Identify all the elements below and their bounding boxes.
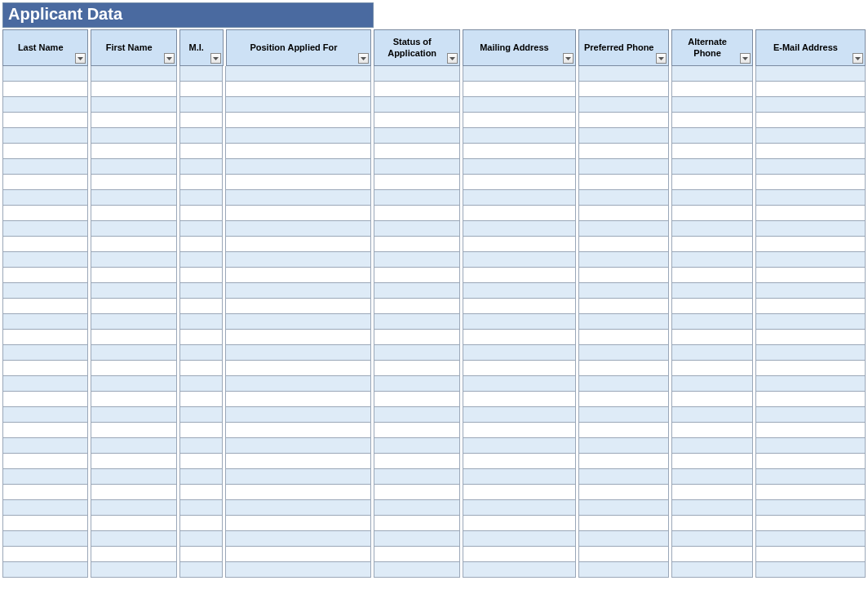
table-cell[interactable] <box>463 252 576 268</box>
table-cell[interactable] <box>463 438 576 454</box>
table-cell[interactable] <box>463 485 576 500</box>
table-cell[interactable] <box>179 454 224 469</box>
table-cell[interactable] <box>225 547 371 562</box>
table-cell[interactable] <box>755 392 866 407</box>
table-cell[interactable] <box>463 376 576 392</box>
table-cell[interactable] <box>374 392 459 407</box>
table-cell[interactable] <box>179 268 224 283</box>
table-cell[interactable] <box>179 299 224 314</box>
table-cell[interactable] <box>91 252 176 268</box>
table-cell[interactable] <box>463 82 576 97</box>
table-cell[interactable] <box>91 454 176 469</box>
table-cell[interactable] <box>91 314 176 330</box>
table-cell[interactable] <box>2 469 88 485</box>
table-cell[interactable] <box>755 206 866 221</box>
table-cell[interactable] <box>463 206 576 221</box>
column-header-last-name[interactable]: Last Name <box>2 29 88 66</box>
table-cell[interactable] <box>225 500 371 516</box>
table-cell[interactable] <box>179 175 224 190</box>
table-cell[interactable] <box>755 531 866 547</box>
table-cell[interactable] <box>671 237 752 252</box>
table-cell[interactable] <box>374 128 459 144</box>
table-cell[interactable] <box>755 113 866 128</box>
table-cell[interactable] <box>578 438 669 454</box>
table-cell[interactable] <box>578 221 669 237</box>
table-cell[interactable] <box>2 113 88 128</box>
filter-dropdown-button[interactable] <box>852 53 863 64</box>
table-cell[interactable] <box>755 190 866 206</box>
table-cell[interactable] <box>755 547 866 562</box>
table-cell[interactable] <box>179 330 224 345</box>
table-cell[interactable] <box>671 66 752 82</box>
table-cell[interactable] <box>671 516 752 531</box>
table-cell[interactable] <box>374 175 459 190</box>
table-cell[interactable] <box>671 547 752 562</box>
table-cell[interactable] <box>463 237 576 252</box>
table-cell[interactable] <box>463 268 576 283</box>
table-cell[interactable] <box>91 516 176 531</box>
table-cell[interactable] <box>91 221 176 237</box>
table-cell[interactable] <box>2 252 88 268</box>
table-cell[interactable] <box>671 128 752 144</box>
table-cell[interactable] <box>374 407 459 423</box>
filter-dropdown-button[interactable] <box>210 53 221 64</box>
table-cell[interactable] <box>755 299 866 314</box>
table-cell[interactable] <box>91 547 176 562</box>
table-cell[interactable] <box>179 485 224 500</box>
table-cell[interactable] <box>2 206 88 221</box>
table-cell[interactable] <box>755 66 866 82</box>
table-cell[interactable] <box>225 469 371 485</box>
table-cell[interactable] <box>755 252 866 268</box>
table-cell[interactable] <box>2 283 88 299</box>
table-cell[interactable] <box>225 314 371 330</box>
table-cell[interactable] <box>179 531 224 547</box>
table-cell[interactable] <box>755 97 866 113</box>
table-cell[interactable] <box>463 97 576 113</box>
table-cell[interactable] <box>225 376 371 392</box>
table-cell[interactable] <box>225 66 371 82</box>
table-cell[interactable] <box>671 299 752 314</box>
table-cell[interactable] <box>671 283 752 299</box>
table-cell[interactable] <box>179 314 224 330</box>
table-cell[interactable] <box>179 423 224 438</box>
table-cell[interactable] <box>225 144 371 159</box>
table-cell[interactable] <box>755 562 866 578</box>
table-cell[interactable] <box>578 128 669 144</box>
table-cell[interactable] <box>91 128 176 144</box>
table-cell[interactable] <box>225 113 371 128</box>
table-cell[interactable] <box>225 190 371 206</box>
table-cell[interactable] <box>578 547 669 562</box>
table-cell[interactable] <box>374 469 459 485</box>
table-cell[interactable] <box>2 423 88 438</box>
table-cell[interactable] <box>463 221 576 237</box>
table-cell[interactable] <box>755 500 866 516</box>
table-cell[interactable] <box>374 206 459 221</box>
table-cell[interactable] <box>225 392 371 407</box>
table-cell[interactable] <box>225 454 371 469</box>
table-cell[interactable] <box>225 407 371 423</box>
table-cell[interactable] <box>374 252 459 268</box>
table-cell[interactable] <box>755 144 866 159</box>
table-cell[interactable] <box>2 361 88 376</box>
table-cell[interactable] <box>179 206 224 221</box>
table-cell[interactable] <box>374 268 459 283</box>
table-cell[interactable] <box>374 516 459 531</box>
table-cell[interactable] <box>463 299 576 314</box>
table-cell[interactable] <box>374 454 459 469</box>
table-cell[interactable] <box>91 206 176 221</box>
table-cell[interactable] <box>463 283 576 299</box>
table-cell[interactable] <box>374 547 459 562</box>
table-cell[interactable] <box>91 376 176 392</box>
table-cell[interactable] <box>225 485 371 500</box>
filter-dropdown-button[interactable] <box>358 53 369 64</box>
table-cell[interactable] <box>91 66 176 82</box>
filter-dropdown-button[interactable] <box>75 53 86 64</box>
table-cell[interactable] <box>671 314 752 330</box>
table-cell[interactable] <box>671 562 752 578</box>
table-cell[interactable] <box>179 500 224 516</box>
table-cell[interactable] <box>91 423 176 438</box>
table-cell[interactable] <box>225 423 371 438</box>
table-cell[interactable] <box>755 268 866 283</box>
column-header-mi[interactable]: M.I. <box>179 29 224 66</box>
filter-dropdown-button[interactable] <box>656 53 666 64</box>
